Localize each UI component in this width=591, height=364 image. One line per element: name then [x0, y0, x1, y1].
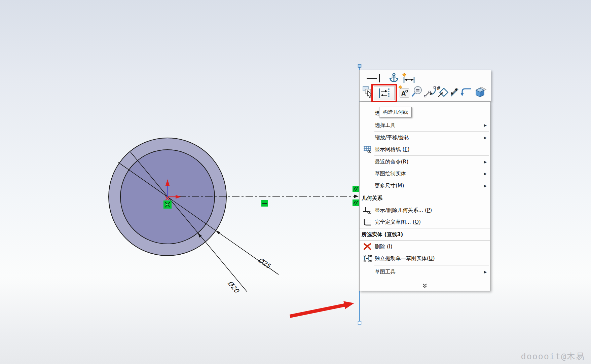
menu-header-relations: 几何关系 [360, 192, 490, 204]
menu-item-label: 显示网格线 (F) [375, 146, 409, 153]
svg-text:#: # [437, 85, 441, 91]
move-entities-icon [449, 86, 459, 98]
zoom-to-selection-button[interactable] [411, 84, 423, 99]
delete-x-icon [361, 241, 373, 253]
line3-bottom-handle[interactable] [358, 321, 361, 324]
context-menu: 选 选择工具 ▶ 缩放/平移/旋转 ▶ 显示网格线 (F) 最近的命令(R) ▶… [359, 102, 490, 291]
relation-badge-parallel-2[interactable] [353, 199, 359, 206]
sketch-viewport: Ø25 Ø20 [0, 0, 591, 364]
menu-item-label: 删除 (I) [375, 243, 393, 250]
menu-item-more-dimensions[interactable]: 更多尺寸(M) ▶ [360, 180, 490, 192]
add-note-button[interactable]: A [398, 84, 410, 99]
menu-header-label: 所选实体 (直线3) [362, 231, 403, 238]
sketch-pattern-icon: # [436, 85, 449, 98]
construction-geometry-highlight-box [371, 84, 397, 102]
offset-entities-icon [460, 86, 473, 98]
submenu-arrow-icon: ▶ [484, 270, 487, 274]
sketch-pattern-button[interactable]: # [436, 84, 449, 99]
line3-top-handle[interactable] [358, 64, 361, 67]
menu-expand-chevron[interactable] [360, 281, 490, 291]
menu-item-label: 缩放/平移/旋转 [375, 134, 409, 141]
menu-item-sketch-tools[interactable]: 草图工具 ▶ [360, 266, 490, 278]
grid-eye-icon [361, 143, 373, 155]
zoom-to-selection-icon [411, 85, 423, 98]
relation-badge-parallel-1[interactable] [353, 186, 359, 192]
fix-button[interactable] [387, 72, 401, 84]
svg-text:A: A [401, 90, 406, 97]
move-entities-button[interactable] [449, 84, 459, 99]
menu-item-zoom-pan-rotate[interactable]: 缩放/平移/旋转 ▶ [360, 132, 490, 144]
menu-item-delete[interactable]: 删除 (I) [360, 241, 490, 253]
dimension-label-outer[interactable]: Ø25 [257, 256, 272, 270]
double-chevron-down-icon [423, 284, 427, 288]
make-vertical-button[interactable] [377, 72, 382, 84]
menu-header-label: 几何关系 [362, 195, 382, 202]
perpendicular-eye-icon [361, 204, 373, 216]
menu-item-recent-commands[interactable]: 最近的命令(R) ▶ [360, 156, 490, 168]
make-vertical-icon [377, 73, 381, 83]
make-horizontal-icon [366, 73, 378, 83]
menu-item-display-delete-relations[interactable]: 显示/删除几何关系... (P) [360, 204, 490, 216]
offset-entities-button[interactable] [460, 84, 473, 99]
relation-badge-center[interactable] [163, 201, 172, 209]
add-note-icon: A [398, 85, 410, 99]
context-toolbar: A # [359, 70, 491, 102]
menu-item-label: 完全定义草图... (Q) [375, 219, 421, 226]
menu-item-fully-define-sketch[interactable]: 完全定义草图... (Q) [360, 216, 490, 228]
relation-badge-horizontal[interactable] [261, 200, 268, 207]
extrude-icon [473, 85, 487, 99]
menu-item-sketch-entities[interactable]: 草图绘制实体 ▶ [360, 168, 490, 180]
menu-separator [374, 265, 489, 265]
smart-dimension-icon [402, 72, 416, 84]
submenu-arrow-icon: ▶ [484, 172, 487, 176]
tooltip: 构造几何线 [379, 107, 412, 117]
menu-item-drag-single-entity[interactable]: 独立拖动单一草图实体(U) [360, 252, 490, 264]
menu-item-label: 草图工具 [375, 268, 396, 276]
construction-geometry-button[interactable] [374, 86, 395, 100]
menu-item-label: 选择工具 [375, 122, 396, 129]
menu-item-label: 草图绘制实体 [375, 170, 406, 177]
menu-item-show-grid[interactable]: 显示网格线 (F) [360, 143, 490, 155]
menu-header-selected-entity: 所选实体 (直线3) [360, 228, 490, 241]
watermark: dooooit@木易 [521, 351, 585, 362]
menu-item-selection-tools[interactable]: 选择工具 ▶ [360, 119, 490, 131]
menu-item-label: 更多尺寸(M) [375, 182, 404, 189]
centerline-arrowhead [354, 195, 359, 198]
submenu-arrow-icon: ▶ [484, 160, 487, 164]
extrude-button[interactable] [473, 84, 487, 99]
menu-item-label: 最近的命令(R) [375, 158, 408, 166]
construction-geometry-icon [377, 87, 392, 99]
submenu-arrow-icon: ▶ [484, 136, 487, 140]
smart-dimension-button[interactable] [401, 72, 416, 84]
trim-entities-button[interactable] [423, 84, 436, 99]
menu-item-label: 独立拖动单一草图实体(U) [375, 255, 435, 262]
annotation-arrow [290, 301, 354, 318]
submenu-arrow-icon: ▶ [484, 123, 487, 128]
fully-define-icon [361, 216, 373, 228]
trim-entities-icon [423, 85, 436, 98]
make-horizontal-button[interactable] [365, 72, 378, 84]
drag-single-icon [361, 252, 373, 264]
anchor-icon [387, 72, 400, 84]
submenu-arrow-icon: ▶ [484, 184, 487, 188]
menu-item-label: 显示/删除几何关系... (P) [375, 207, 432, 214]
